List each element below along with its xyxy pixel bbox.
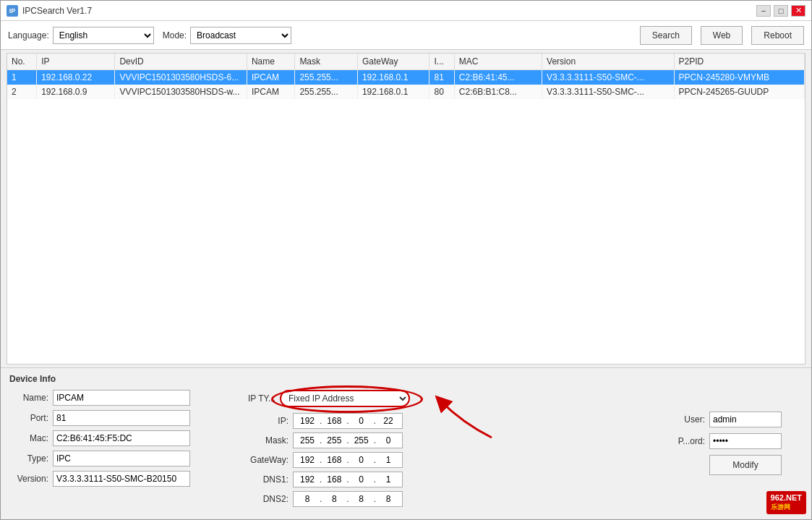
web-button[interactable]: Web: [701, 26, 743, 45]
table-cell: 2: [7, 85, 37, 99]
mode-select[interactable]: Broadcast Unicast: [190, 27, 291, 44]
language-label: Language:: [8, 30, 49, 41]
table-row[interactable]: 1192.168.0.22VVVIPC1501303580HSDS-6...IP…: [7, 70, 805, 85]
dns2-octet-1[interactable]: [296, 494, 318, 504]
toolbar: Language: English Chinese Mode: Broadcas…: [1, 21, 811, 50]
ip-octet-3[interactable]: [351, 416, 372, 426]
dns2-octet-3[interactable]: [351, 494, 372, 504]
version-label: Version:: [9, 474, 53, 484]
ip-settings-panel: IP TY... Fixed IP Address DHCP IP: .: [241, 390, 658, 511]
mask-octet-3[interactable]: [351, 435, 372, 446]
table-cell: 80: [429, 85, 454, 99]
ip-type-select-wrapper: Fixed IP Address DHCP: [280, 390, 410, 407]
type-input[interactable]: [53, 451, 190, 466]
user-input[interactable]: [709, 412, 782, 427]
mask-octet-2[interactable]: [323, 435, 345, 446]
dns1-octet-1[interactable]: [296, 474, 318, 485]
ip-field-box: . . .: [293, 413, 403, 429]
col-ip: IP: [37, 54, 115, 70]
dns2-field-box: . . .: [293, 491, 403, 507]
port-row: Port:: [9, 410, 241, 426]
main-window: IP IPCSearch Ver1.7 − □ ✕ Language: Engl…: [0, 0, 812, 520]
ip-type-label: IP TY...: [248, 393, 275, 404]
mode-label: Mode:: [163, 30, 187, 41]
gateway-field-box: . . .: [293, 452, 403, 468]
mask-row: Mask: . . .: [248, 432, 651, 448]
mode-group: Mode: Broadcast Unicast: [163, 27, 291, 44]
ip-octet-4[interactable]: [377, 416, 399, 426]
user-row: User:: [665, 412, 803, 427]
table-cell: VVVIPC1501303580HSDS-w...: [115, 85, 247, 99]
restore-button[interactable]: □: [774, 5, 788, 17]
col-version: Version: [542, 54, 674, 70]
col-gateway: GateWay: [357, 54, 429, 70]
gw-octet-4[interactable]: [377, 455, 399, 465]
table-cell: 255.255...: [295, 85, 358, 99]
window-controls: − □ ✕: [756, 5, 805, 17]
mask-octet-4[interactable]: [377, 435, 399, 446]
ip-type-select[interactable]: Fixed IP Address DHCP: [280, 390, 410, 407]
table-row[interactable]: 2192.168.0.9VVVIPC1501303580HSDS-w...IPC…: [7, 85, 805, 99]
table-cell: IPCAM: [247, 85, 294, 99]
ip-octet-2[interactable]: [323, 416, 345, 426]
version-input[interactable]: [53, 471, 190, 487]
watermark-brand: 962.NET: [771, 493, 802, 502]
mac-label: Mac:: [9, 433, 53, 443]
table-cell: V3.3.3.3111-S50-SMC-...: [542, 70, 674, 85]
device-info-title: Device Info: [9, 374, 803, 384]
gw-octet-2[interactable]: [323, 455, 345, 465]
name-label: Name:: [9, 393, 53, 403]
table-cell: PPCN-245280-VMYMB: [674, 70, 804, 85]
language-select[interactable]: English Chinese: [53, 27, 154, 44]
close-button[interactable]: ✕: [791, 5, 805, 17]
type-label: Type:: [9, 453, 53, 464]
gw-octet-3[interactable]: [351, 455, 372, 465]
table-cell: 192.168.0.9: [37, 85, 115, 99]
port-input[interactable]: [53, 410, 190, 426]
modify-button[interactable]: Modify: [709, 455, 782, 475]
gateway-label: GateWay:: [248, 455, 293, 465]
table-cell: VVVIPC1501303580HSDS-6...: [115, 70, 247, 85]
password-input[interactable]: [709, 433, 782, 449]
dns1-octet-2[interactable]: [323, 474, 345, 485]
dns1-octet-4[interactable]: [377, 474, 399, 485]
app-icon: IP: [7, 5, 18, 17]
col-mask: Mask: [295, 54, 358, 70]
table-cell: 81: [429, 70, 454, 85]
dns2-octet-2[interactable]: [323, 494, 345, 504]
watermark: 962.NET 乐游网: [766, 491, 806, 514]
table-cell: IPCAM: [247, 70, 294, 85]
ip-octet-1[interactable]: [296, 416, 318, 426]
dns2-row: DNS2: . . .: [248, 491, 651, 507]
mac-input[interactable]: [53, 430, 190, 446]
table-body: 1192.168.0.22VVVIPC1501303580HSDS-6...IP…: [7, 70, 805, 100]
table-cell: 192.168.0.22: [37, 70, 115, 85]
mask-octet-1[interactable]: [296, 435, 318, 446]
reboot-button[interactable]: Reboot: [751, 26, 804, 45]
watermark-sub: 乐游网: [771, 503, 790, 511]
window-title: IPCSearch Ver1.7: [22, 6, 92, 16]
type-row: Type:: [9, 451, 241, 466]
dns1-octet-3[interactable]: [351, 474, 372, 485]
user-label: User:: [665, 414, 705, 425]
device-table: No. IP DevID Name Mask GateWay I... MAC …: [7, 54, 805, 99]
title-bar: IP IPCSearch Ver1.7 − □ ✕: [1, 1, 811, 21]
password-label: P...ord:: [665, 436, 705, 446]
table-scroll[interactable]: No. IP DevID Name Mask GateWay I... MAC …: [7, 54, 805, 364]
ip-row: IP: . . .: [248, 413, 651, 429]
dns1-field-box: . . .: [293, 472, 403, 487]
table-header-row: No. IP DevID Name Mask GateWay I... MAC …: [7, 54, 805, 70]
name-input[interactable]: [53, 390, 190, 406]
mac-row: Mac:: [9, 430, 241, 446]
port-label: Port:: [9, 413, 53, 423]
col-no: No.: [7, 54, 37, 70]
mask-field-box: . . .: [293, 432, 403, 448]
gw-octet-1[interactable]: [296, 455, 318, 465]
dns2-octet-4[interactable]: [377, 494, 399, 504]
col-devid: DevID: [115, 54, 247, 70]
device-info-panel: Device Info Name: Port: Mac: Type:: [1, 367, 811, 519]
col-port: I...: [429, 54, 454, 70]
search-button[interactable]: Search: [640, 26, 692, 45]
table-cell: 255.255...: [295, 70, 358, 85]
minimize-button[interactable]: −: [756, 5, 771, 17]
